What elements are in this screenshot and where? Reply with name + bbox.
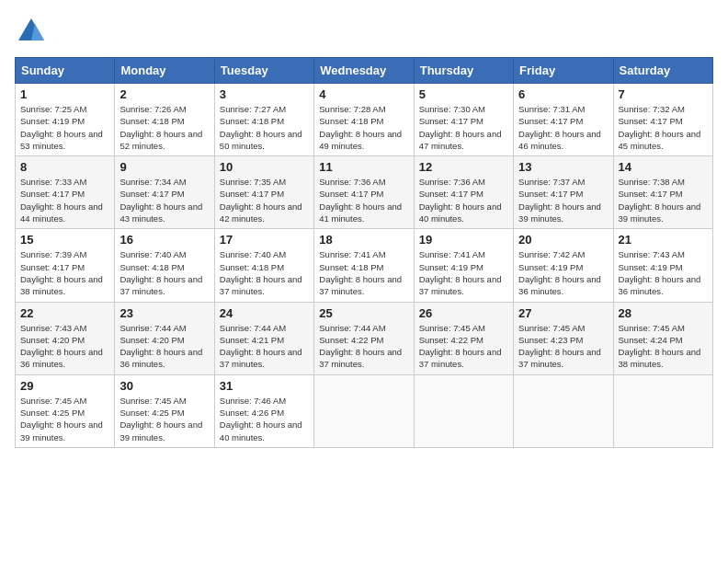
day-info: Sunrise: 7:27 AM Sunset: 4:18 PM Dayligh… — [220, 103, 309, 152]
day-header-wednesday: Wednesday — [314, 58, 414, 84]
day-info: Sunrise: 7:30 AM Sunset: 4:17 PM Dayligh… — [419, 103, 508, 152]
calendar-cell: 24 Sunrise: 7:44 AM Sunset: 4:21 PM Dayl… — [214, 302, 313, 374]
week-row-4: 22 Sunrise: 7:43 AM Sunset: 4:20 PM Dayl… — [16, 302, 713, 374]
day-number: 4 — [319, 87, 408, 101]
day-info: Sunrise: 7:25 AM Sunset: 4:19 PM Dayligh… — [20, 103, 109, 152]
day-number: 28 — [619, 306, 708, 320]
calendar-cell: 30 Sunrise: 7:45 AM Sunset: 4:25 PM Dayl… — [115, 374, 214, 447]
calendar-cell: 8 Sunrise: 7:33 AM Sunset: 4:17 PM Dayli… — [16, 156, 115, 229]
day-info: Sunrise: 7:45 AM Sunset: 4:24 PM Dayligh… — [619, 322, 708, 371]
day-number: 25 — [319, 306, 408, 320]
day-info: Sunrise: 7:43 AM Sunset: 4:19 PM Dayligh… — [619, 248, 708, 297]
calendar-cell: 26 Sunrise: 7:45 AM Sunset: 4:22 PM Dayl… — [414, 302, 513, 374]
day-info: Sunrise: 7:40 AM Sunset: 4:18 PM Dayligh… — [119, 248, 209, 297]
week-row-5: 29 Sunrise: 7:45 AM Sunset: 4:25 PM Dayl… — [16, 374, 713, 447]
day-info: Sunrise: 7:26 AM Sunset: 4:18 PM Dayligh… — [119, 103, 209, 152]
day-number: 23 — [119, 306, 209, 320]
day-info: Sunrise: 7:42 AM Sunset: 4:19 PM Dayligh… — [518, 248, 608, 297]
day-number: 14 — [619, 160, 708, 174]
logo-icon — [15, 15, 48, 48]
day-number: 3 — [220, 87, 309, 101]
day-info: Sunrise: 7:44 AM Sunset: 4:21 PM Dayligh… — [220, 322, 309, 371]
day-number: 6 — [518, 87, 608, 101]
calendar-cell: 27 Sunrise: 7:45 AM Sunset: 4:23 PM Dayl… — [514, 302, 613, 374]
calendar-cell: 3 Sunrise: 7:27 AM Sunset: 4:18 PM Dayli… — [214, 84, 313, 156]
calendar-cell: 10 Sunrise: 7:35 AM Sunset: 4:17 PM Dayl… — [214, 156, 313, 229]
day-info: Sunrise: 7:36 AM Sunset: 4:17 PM Dayligh… — [419, 176, 508, 224]
day-number: 2 — [119, 87, 209, 101]
calendar-cell: 31 Sunrise: 7:46 AM Sunset: 4:26 PM Dayl… — [214, 374, 313, 447]
day-info: Sunrise: 7:45 AM Sunset: 4:22 PM Dayligh… — [419, 322, 508, 371]
calendar-cell: 15 Sunrise: 7:39 AM Sunset: 4:17 PM Dayl… — [16, 229, 115, 302]
day-info: Sunrise: 7:41 AM Sunset: 4:18 PM Dayligh… — [319, 248, 408, 297]
calendar-cell: 14 Sunrise: 7:38 AM Sunset: 4:17 PM Dayl… — [613, 156, 712, 229]
calendar-cell: 25 Sunrise: 7:44 AM Sunset: 4:22 PM Dayl… — [314, 302, 414, 374]
calendar-cell: 5 Sunrise: 7:30 AM Sunset: 4:17 PM Dayli… — [414, 84, 513, 156]
day-info: Sunrise: 7:45 AM Sunset: 4:25 PM Dayligh… — [20, 395, 109, 443]
calendar-cell — [314, 374, 414, 447]
day-number: 24 — [220, 306, 309, 320]
day-info: Sunrise: 7:31 AM Sunset: 4:17 PM Dayligh… — [518, 103, 608, 152]
calendar-cell: 28 Sunrise: 7:45 AM Sunset: 4:24 PM Dayl… — [613, 302, 712, 374]
day-info: Sunrise: 7:34 AM Sunset: 4:17 PM Dayligh… — [119, 176, 209, 224]
day-number: 9 — [119, 160, 209, 174]
day-number: 18 — [319, 233, 408, 247]
day-info: Sunrise: 7:44 AM Sunset: 4:22 PM Dayligh… — [319, 322, 408, 371]
calendar-cell: 2 Sunrise: 7:26 AM Sunset: 4:18 PM Dayli… — [115, 84, 214, 156]
day-number: 17 — [220, 233, 309, 247]
calendar-cell: 20 Sunrise: 7:42 AM Sunset: 4:19 PM Dayl… — [514, 229, 613, 302]
day-number: 21 — [619, 233, 708, 247]
day-info: Sunrise: 7:40 AM Sunset: 4:18 PM Dayligh… — [220, 248, 309, 297]
day-info: Sunrise: 7:39 AM Sunset: 4:17 PM Dayligh… — [20, 248, 109, 297]
calendar-header-row: SundayMondayTuesdayWednesdayThursdayFrid… — [16, 58, 713, 84]
day-number: 19 — [419, 233, 508, 247]
day-number: 16 — [119, 233, 209, 247]
day-number: 22 — [20, 306, 109, 320]
day-number: 31 — [220, 379, 309, 393]
day-header-friday: Friday — [514, 58, 613, 84]
day-info: Sunrise: 7:45 AM Sunset: 4:25 PM Dayligh… — [119, 395, 209, 443]
day-number: 7 — [619, 87, 708, 101]
day-info: Sunrise: 7:41 AM Sunset: 4:19 PM Dayligh… — [419, 248, 508, 297]
day-number: 20 — [518, 233, 608, 247]
calendar-table: SundayMondayTuesdayWednesdayThursdayFrid… — [15, 57, 713, 448]
calendar-cell: 7 Sunrise: 7:32 AM Sunset: 4:17 PM Dayli… — [613, 84, 712, 156]
day-header-thursday: Thursday — [414, 58, 513, 84]
day-info: Sunrise: 7:32 AM Sunset: 4:17 PM Dayligh… — [619, 103, 708, 152]
calendar-cell: 4 Sunrise: 7:28 AM Sunset: 4:18 PM Dayli… — [314, 84, 414, 156]
calendar-cell: 18 Sunrise: 7:41 AM Sunset: 4:18 PM Dayl… — [314, 229, 414, 302]
calendar-cell: 23 Sunrise: 7:44 AM Sunset: 4:20 PM Dayl… — [115, 302, 214, 374]
calendar-cell: 17 Sunrise: 7:40 AM Sunset: 4:18 PM Dayl… — [214, 229, 313, 302]
calendar-cell: 6 Sunrise: 7:31 AM Sunset: 4:17 PM Dayli… — [514, 84, 613, 156]
day-info: Sunrise: 7:37 AM Sunset: 4:17 PM Dayligh… — [518, 176, 608, 224]
calendar-cell — [414, 374, 513, 447]
logo — [15, 15, 51, 48]
calendar-cell: 16 Sunrise: 7:40 AM Sunset: 4:18 PM Dayl… — [115, 229, 214, 302]
day-info: Sunrise: 7:38 AM Sunset: 4:17 PM Dayligh… — [619, 176, 708, 224]
week-row-2: 8 Sunrise: 7:33 AM Sunset: 4:17 PM Dayli… — [16, 156, 713, 229]
day-number: 8 — [20, 160, 109, 174]
day-number: 10 — [220, 160, 309, 174]
day-number: 30 — [119, 379, 209, 393]
day-number: 26 — [419, 306, 508, 320]
day-number: 11 — [319, 160, 408, 174]
day-info: Sunrise: 7:46 AM Sunset: 4:26 PM Dayligh… — [220, 395, 309, 443]
week-row-1: 1 Sunrise: 7:25 AM Sunset: 4:19 PM Dayli… — [16, 84, 713, 156]
day-number: 1 — [20, 87, 109, 101]
calendar-cell: 13 Sunrise: 7:37 AM Sunset: 4:17 PM Dayl… — [514, 156, 613, 229]
day-header-saturday: Saturday — [613, 58, 712, 84]
day-info: Sunrise: 7:44 AM Sunset: 4:20 PM Dayligh… — [119, 322, 209, 371]
day-number: 27 — [518, 306, 608, 320]
calendar-cell: 12 Sunrise: 7:36 AM Sunset: 4:17 PM Dayl… — [414, 156, 513, 229]
day-info: Sunrise: 7:35 AM Sunset: 4:17 PM Dayligh… — [220, 176, 309, 224]
calendar-cell: 21 Sunrise: 7:43 AM Sunset: 4:19 PM Dayl… — [613, 229, 712, 302]
day-number: 15 — [20, 233, 109, 247]
day-number: 12 — [419, 160, 508, 174]
page-header — [15, 15, 713, 48]
day-header-monday: Monday — [115, 58, 214, 84]
day-number: 5 — [419, 87, 508, 101]
calendar-cell — [514, 374, 613, 447]
calendar-cell — [613, 374, 712, 447]
day-info: Sunrise: 7:33 AM Sunset: 4:17 PM Dayligh… — [20, 176, 109, 224]
calendar-cell: 22 Sunrise: 7:43 AM Sunset: 4:20 PM Dayl… — [16, 302, 115, 374]
